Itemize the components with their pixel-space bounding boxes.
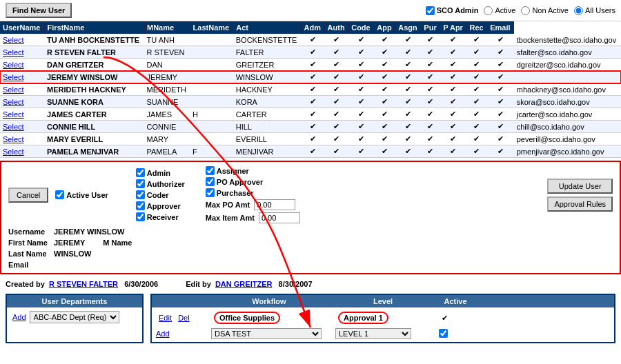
col-rec: Rec [466, 21, 487, 34]
email-cell: chill@sco.idaho.gov [514, 121, 621, 133]
adm-cell: ✔ [324, 83, 348, 96]
act-cell: ✔ [301, 121, 324, 133]
purchaser-checkbox[interactable] [206, 188, 215, 197]
select-link[interactable]: Select [3, 48, 24, 57]
find-new-user-button[interactable]: Find New User [6, 3, 72, 18]
col-app: App [374, 21, 395, 34]
app-cell: ✔ [395, 59, 421, 71]
table-row: SelectJAMES CARTERJAMESHCARTER✔✔✔✔✔✔✔✔✔j… [0, 108, 621, 121]
sco-admin-label-text: SCO Admin [437, 6, 479, 14]
po-approver-checkbox[interactable] [206, 177, 215, 186]
firstname-row: First Name JEREMY M Name [8, 239, 132, 247]
email-cell: pmenjivar@sco.idaho.gov [514, 145, 621, 158]
created-by-link[interactable]: R STEVEN FALTER [49, 280, 118, 288]
lastname-cell: GREITZER [233, 59, 301, 71]
col-pur: Pur [421, 21, 440, 34]
workflow-add-row: Add DSA TEST LEVEL 1 [156, 328, 610, 339]
col-firstname: FirstName [44, 21, 144, 34]
code-cell: ✔ [374, 59, 395, 71]
active-radio[interactable] [484, 6, 493, 15]
code-cell: ✔ [374, 145, 395, 158]
firstname-cell: JAMES [144, 108, 190, 121]
active-radio-label: Active [484, 6, 515, 15]
papr-cell: ✔ [466, 83, 487, 96]
papr-cell: ✔ [466, 108, 487, 121]
rec-cell: ✔ [487, 59, 514, 71]
act-cell: ✔ [301, 83, 324, 96]
wf-edit-link[interactable]: Edit [159, 314, 172, 322]
app-cell: ✔ [395, 145, 421, 158]
select-cell: Select [0, 34, 44, 46]
edit-fields: Username JEREMY WINSLOW First Name JEREM… [8, 228, 613, 269]
select-link[interactable]: Select [3, 135, 24, 143]
select-cell: Select [0, 83, 44, 96]
email-cell: dgreitzer@sco.idaho.gov [514, 59, 621, 71]
workflow-select[interactable]: DSA TEST [211, 328, 322, 339]
auth-cell: ✔ [348, 71, 374, 83]
dept-add-link[interactable]: Add [12, 313, 26, 321]
approval-rules-button[interactable]: Approval Rules [547, 196, 613, 212]
papr-cell: ✔ [466, 59, 487, 71]
table-row: SelectMARY EVERILLMARYEVERILL✔✔✔✔✔✔✔✔✔pe… [0, 133, 621, 145]
rec-cell: ✔ [487, 83, 514, 96]
wf-actions-cell: Edit Del [156, 312, 211, 323]
mname-cell: H [190, 108, 233, 121]
wf-active-checkbox[interactable] [439, 329, 448, 338]
select-link[interactable]: Select [3, 123, 24, 131]
pur-cell: ✔ [440, 145, 466, 158]
select-link[interactable]: Select [3, 85, 24, 94]
select-link[interactable]: Select [3, 148, 24, 156]
assigner-checkbox[interactable] [206, 166, 215, 175]
all-users-radio[interactable] [574, 6, 583, 15]
wf-add-link[interactable]: Add [156, 330, 170, 338]
asgn-cell: ✔ [421, 108, 440, 121]
all-users-radio-label: All Users [574, 6, 615, 15]
asgn-cell: ✔ [421, 34, 440, 46]
table-row: SelectMERIDETH HACKNEYMERIDETHHACKNEY✔✔✔… [0, 83, 621, 96]
pur-cell: ✔ [440, 83, 466, 96]
papr-cell: ✔ [466, 46, 487, 59]
pur-cell: ✔ [440, 133, 466, 145]
lastname-cell: WINSLOW [233, 71, 301, 83]
email-cell: peverill@sco.idaho.gov [514, 133, 621, 145]
authorizer-checkbox[interactable] [136, 179, 145, 188]
level-select[interactable]: LEVEL 1 [335, 328, 411, 339]
update-user-button[interactable]: Update User [547, 179, 613, 194]
admin-checkbox[interactable] [136, 168, 145, 177]
dept-select[interactable]: ABC-ABC Dept (Req) [30, 311, 119, 323]
assigner-checkbox-label: Assigner [206, 166, 300, 175]
table-row: SelectR STEVEN FALTERR STEVENFALTER✔✔✔✔✔… [0, 46, 621, 59]
select-link[interactable]: Select [3, 110, 24, 119]
select-cell: Select [0, 133, 44, 145]
select-link[interactable]: Select [3, 98, 24, 106]
auth-cell: ✔ [348, 108, 374, 121]
active-user-checkbox[interactable] [55, 190, 64, 199]
created-by: Created by R STEVEN FALTER 6/30/2006 [6, 280, 158, 288]
edit-by-link[interactable]: DAN GREITZER [215, 280, 273, 288]
mname-cell [190, 83, 233, 96]
sco-admin-checkbox[interactable] [426, 6, 435, 15]
username-cell: PAMELA MENJIVAR [44, 145, 144, 158]
mname-cell [190, 34, 233, 46]
select-link[interactable]: Select [3, 36, 24, 44]
act-cell: ✔ [301, 145, 324, 158]
select-cell: Select [0, 121, 44, 133]
user-departments-section: User Departments Add ABC-ABC Dept (Req) [6, 294, 144, 343]
receiver-checkbox[interactable] [136, 212, 145, 221]
select-cell: Select [0, 71, 44, 83]
non-active-radio[interactable] [521, 6, 530, 15]
approver-checkbox[interactable] [136, 201, 145, 210]
wf-del-link[interactable]: Del [178, 314, 190, 322]
rec-cell: ✔ [487, 34, 514, 46]
select-link[interactable]: Select [3, 61, 24, 69]
wf-add-link-cell: Add [156, 330, 211, 338]
max-item-amt-input[interactable] [259, 212, 300, 223]
coder-checkbox[interactable] [136, 190, 145, 199]
code-cell: ✔ [374, 96, 395, 108]
username-cell: JEREMY WINSLOW [44, 71, 144, 83]
select-link[interactable]: Select [3, 73, 24, 81]
app-cell: ✔ [395, 34, 421, 46]
dept-add-row: Add ABC-ABC Dept (Req) [12, 311, 137, 323]
max-po-amt-input[interactable] [254, 199, 295, 210]
cancel-button[interactable]: Cancel [8, 188, 48, 203]
